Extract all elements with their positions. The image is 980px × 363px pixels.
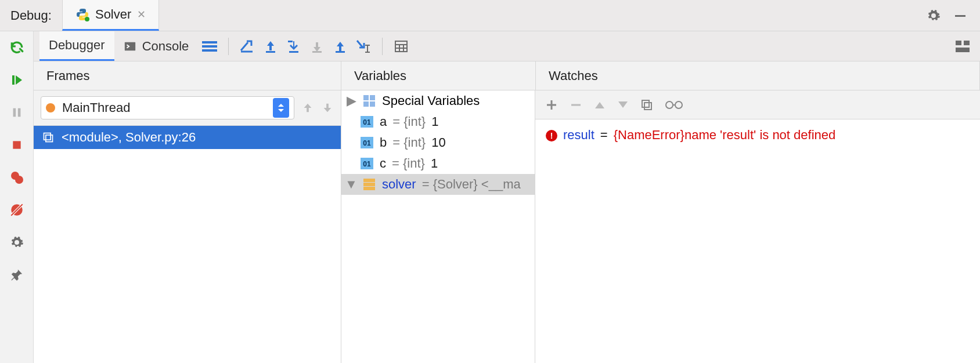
svg-point-53 <box>675 101 682 108</box>
thread-selector[interactable]: MainThread <box>41 96 294 119</box>
svg-rect-31 <box>956 48 970 52</box>
variable-row[interactable]: 01 a = {int} 1 <box>341 111 535 132</box>
force-step-into-button[interactable] <box>305 36 329 57</box>
run-config-tab[interactable]: Solver ✕ <box>62 0 159 31</box>
rerun-button[interactable] <box>6 37 27 58</box>
svg-text:01: 01 <box>363 139 371 147</box>
console-icon <box>124 40 136 53</box>
svg-rect-51 <box>644 103 651 110</box>
stop-button[interactable] <box>6 135 27 155</box>
svg-point-52 <box>666 101 673 108</box>
watches-header: Watches <box>535 61 980 90</box>
svg-text:01: 01 <box>363 118 371 126</box>
svg-rect-37 <box>370 101 375 107</box>
svg-rect-29 <box>956 41 961 45</box>
glasses-icon[interactable] <box>665 100 683 110</box>
error-icon: ! <box>546 130 557 141</box>
pause-button[interactable] <box>6 102 27 123</box>
variable-row[interactable]: 01 b = {int} 10 <box>341 132 535 153</box>
svg-rect-44 <box>363 179 375 182</box>
svg-rect-3 <box>13 108 16 117</box>
svg-rect-13 <box>202 45 217 48</box>
step-over-button[interactable] <box>259 36 282 57</box>
svg-rect-1 <box>955 15 965 17</box>
thread-dropdown-icon[interactable] <box>273 98 289 118</box>
show-execution-point-button[interactable] <box>236 36 259 57</box>
tab-debugger[interactable]: Debugger <box>39 31 114 61</box>
svg-rect-36 <box>363 101 369 107</box>
frame-icon <box>42 131 55 144</box>
python-icon <box>75 8 89 21</box>
svg-rect-11 <box>124 42 135 50</box>
next-frame-button[interactable] <box>321 101 334 114</box>
frames-panel: MainThread <module>, Solver.py:26 <box>34 90 341 363</box>
svg-rect-50 <box>642 100 649 107</box>
frame-item[interactable]: <module>, Solver.py:26 <box>34 126 341 149</box>
run-config-name: Solver <box>95 7 131 22</box>
watches-toolbar <box>535 90 980 119</box>
svg-rect-35 <box>370 95 375 100</box>
svg-rect-14 <box>202 49 217 52</box>
remove-watch-button[interactable] <box>570 99 582 111</box>
prev-frame-button[interactable] <box>301 101 314 114</box>
view-breakpoints-button[interactable] <box>6 167 27 188</box>
svg-rect-19 <box>312 51 322 53</box>
svg-rect-16 <box>266 51 275 53</box>
move-down-button[interactable] <box>618 101 628 109</box>
special-variables-label: Special Variables <box>382 93 480 108</box>
add-watch-button[interactable] <box>546 99 557 111</box>
titlebar-label: Debug: <box>0 8 62 23</box>
tab-console[interactable]: Console <box>114 31 199 61</box>
layout-settings-button[interactable] <box>956 41 980 52</box>
debug-vertical-toolbar <box>0 31 34 363</box>
svg-rect-18 <box>288 41 293 42</box>
svg-text:01: 01 <box>363 160 371 168</box>
run-to-cursor-button[interactable] <box>352 36 375 57</box>
watches-panel: ! result = {NameError}name 'result' is n… <box>535 90 980 363</box>
svg-rect-45 <box>363 183 375 186</box>
mute-breakpoints-button[interactable] <box>6 199 27 220</box>
settings-button[interactable] <box>6 232 27 253</box>
svg-rect-20 <box>336 51 345 53</box>
grid-icon <box>362 94 376 108</box>
int-icon: 01 <box>360 115 374 129</box>
thread-status-icon <box>46 103 55 112</box>
step-into-button[interactable] <box>282 36 305 57</box>
object-icon <box>362 177 376 191</box>
variable-row[interactable]: 01 c = {int} 1 <box>341 153 535 174</box>
variables-panel: ▶ Special Variables 01 a = {int} 1 01 b … <box>341 90 535 363</box>
resume-button[interactable] <box>6 70 27 90</box>
move-up-button[interactable] <box>595 101 605 109</box>
step-out-button[interactable] <box>329 36 352 57</box>
panel-headers: Frames Variables Watches <box>34 61 980 90</box>
expand-icon[interactable]: ▶ <box>346 93 356 108</box>
titlebar-actions <box>927 9 980 23</box>
minimize-icon[interactable] <box>953 9 967 23</box>
thread-selector-row: MainThread <box>34 90 341 126</box>
thread-name: MainThread <box>62 100 273 115</box>
svg-rect-17 <box>289 51 298 53</box>
variables-header: Variables <box>341 61 535 90</box>
variable-row[interactable]: ▼ solver = {Solver} <__ma <box>341 174 535 195</box>
watch-item[interactable]: ! result = {NameError}name 'result' is n… <box>546 128 970 143</box>
svg-rect-34 <box>363 95 369 100</box>
int-icon: 01 <box>360 136 374 150</box>
threads-icon[interactable] <box>198 36 221 57</box>
pin-button[interactable] <box>6 264 27 285</box>
svg-rect-46 <box>363 187 375 190</box>
frames-header: Frames <box>34 61 341 90</box>
debug-subtoolbar: Debugger Console <box>34 31 980 61</box>
svg-rect-32 <box>44 133 51 140</box>
frame-label: <module>, Solver.py:26 <box>62 130 196 145</box>
svg-rect-30 <box>964 41 970 45</box>
close-icon[interactable]: ✕ <box>137 8 146 21</box>
evaluate-expression-button[interactable] <box>390 36 413 57</box>
svg-point-7 <box>15 176 23 184</box>
duplicate-watch-button[interactable] <box>641 99 653 111</box>
gear-icon[interactable] <box>927 9 941 23</box>
svg-rect-5 <box>13 141 20 148</box>
svg-rect-4 <box>17 108 20 117</box>
special-variables-node[interactable]: ▶ Special Variables <box>341 90 535 111</box>
int-icon: 01 <box>360 157 374 170</box>
collapse-icon[interactable]: ▼ <box>346 177 356 192</box>
